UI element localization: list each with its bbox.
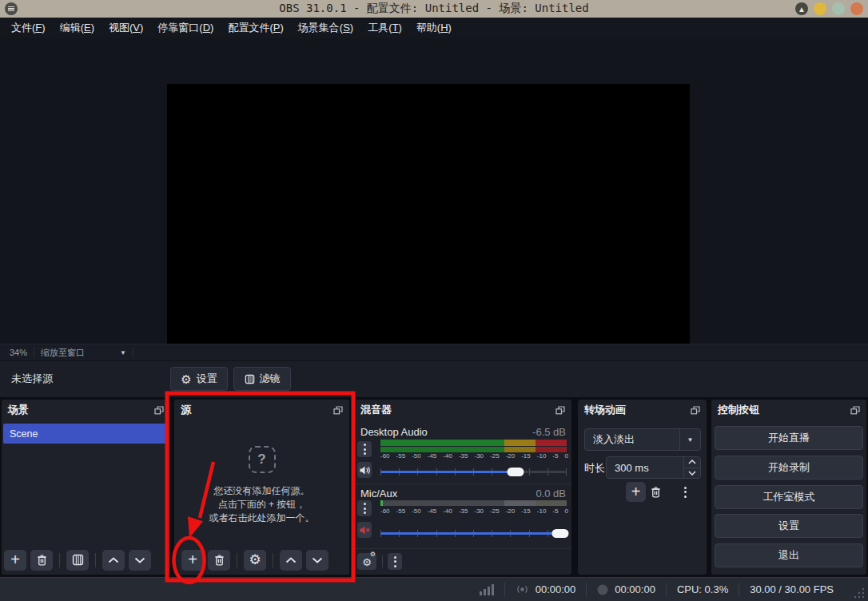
- source-properties-button[interactable]: ⚙ 设置: [170, 367, 228, 391]
- sources-panel-header[interactable]: 源: [174, 400, 349, 420]
- app-icon[interactable]: [5, 2, 18, 15]
- settings-button[interactable]: 设置: [715, 514, 863, 538]
- sources-panel: 源 ? 您还没有添加任何源。 点击下面的 + 按钮， 或者右击此处添加一个。 +…: [174, 400, 349, 575]
- start-recording-button[interactable]: 开始录制: [715, 456, 863, 480]
- tick-label: -10: [537, 507, 547, 515]
- close-button[interactable]: [850, 2, 863, 15]
- add-source-button[interactable]: +: [181, 550, 204, 571]
- tick-label: -40: [443, 507, 452, 515]
- chevron-up-icon: [108, 557, 119, 563]
- menu-view[interactable]: 视图(V): [102, 18, 150, 38]
- scene-item-label: Scene: [10, 428, 38, 440]
- add-transition-button[interactable]: +: [626, 482, 646, 502]
- minimize-button[interactable]: [814, 2, 826, 15]
- remove-source-button[interactable]: [208, 550, 230, 571]
- desktop-audio-volume-slider[interactable]: [380, 467, 567, 476]
- filters-icon: [245, 374, 255, 384]
- divider: [354, 548, 571, 549]
- move-source-up-button[interactable]: [280, 550, 302, 571]
- spin-down-button[interactable]: [684, 468, 700, 479]
- menu-docks[interactable]: 停靠窗口(D): [150, 18, 221, 38]
- menu-help[interactable]: 帮助(H): [409, 18, 459, 38]
- tick-label: 0: [565, 507, 568, 515]
- remove-scene-button[interactable]: [30, 550, 53, 571]
- menu-edit[interactable]: 编辑(E): [53, 18, 102, 38]
- desktop-audio-mute-button[interactable]: [357, 462, 372, 478]
- remove-transition-button[interactable]: [646, 482, 665, 502]
- popout-icon[interactable]: [691, 406, 700, 415]
- window-buttons: ▲: [795, 2, 863, 15]
- broadcast-icon: [516, 584, 529, 595]
- transition-select[interactable]: 淡入淡出 ▼: [584, 428, 701, 451]
- slider-handle[interactable]: [507, 468, 524, 476]
- mic-aux-row: Mic/Aux 0.0 dB: [360, 488, 566, 500]
- advanced-audio-button[interactable]: ⚙⚙: [357, 553, 376, 570]
- preview-canvas[interactable]: [167, 84, 690, 377]
- plus-icon: +: [631, 484, 641, 500]
- popout-icon[interactable]: [555, 406, 565, 415]
- gear-icon: ⚙: [249, 553, 261, 567]
- docks-area: 场景 Scene +: [0, 397, 868, 577]
- tick-label: -15: [521, 507, 531, 515]
- transitions-panel-header[interactable]: 转场动画: [578, 400, 707, 420]
- divider: [133, 347, 133, 358]
- question-glyph: ?: [257, 452, 265, 468]
- spin-up-button[interactable]: [684, 457, 700, 468]
- tick-label: -25: [490, 452, 500, 460]
- chevron-down-icon[interactable]: ▼: [120, 349, 126, 356]
- popout-icon[interactable]: [154, 406, 164, 415]
- trash-icon: [650, 486, 662, 499]
- controls-panel-header[interactable]: 控制按钮: [711, 400, 866, 420]
- record-icon: [597, 584, 608, 595]
- tick-label: -45: [428, 507, 437, 515]
- mixer-panel-title: 混音器: [360, 403, 392, 417]
- scene-filters-button[interactable]: [66, 550, 89, 571]
- resize-grip[interactable]: [844, 578, 868, 601]
- tick-label: -20: [506, 507, 516, 515]
- mixer-menu-button[interactable]: [388, 553, 402, 570]
- mixer-panel: 混音器 Desktop Audio -6.5 dB -60-55-50-45-4…: [354, 400, 571, 575]
- source-filters-button[interactable]: 滤镜: [233, 367, 291, 391]
- start-streaming-button[interactable]: 开始直播: [715, 426, 863, 450]
- tick-label: -30: [474, 452, 484, 460]
- exit-button[interactable]: 退出: [715, 543, 863, 567]
- record-time: 00:00:00: [615, 583, 655, 595]
- transition-properties-button[interactable]: [675, 482, 695, 502]
- slider-fill: [380, 532, 560, 535]
- studio-mode-button[interactable]: 工作室模式: [715, 485, 863, 509]
- maximize-button[interactable]: [832, 2, 845, 15]
- menu-tools[interactable]: 工具(T): [360, 18, 409, 38]
- add-scene-button[interactable]: +: [4, 550, 26, 571]
- mic-aux-volume-slider[interactable]: [380, 528, 567, 538]
- scene-list-item[interactable]: Scene: [3, 424, 169, 444]
- desktop-audio-menu-button[interactable]: [357, 441, 372, 457]
- divider: [59, 553, 60, 567]
- chevron-up-icon: [285, 557, 297, 563]
- signal-bars-icon: [480, 584, 494, 595]
- move-source-down-button[interactable]: [306, 550, 328, 571]
- mixer-panel-header[interactable]: 混音器: [354, 400, 571, 420]
- transitions-panel: 转场动画 淡入淡出 ▼ 时长 300 ms +: [578, 400, 707, 575]
- kebab-menu-icon: [364, 503, 366, 514]
- menu-scene-collection[interactable]: 场景集合(S): [291, 18, 360, 38]
- menu-profile[interactable]: 配置文件(P): [221, 18, 290, 38]
- duration-spinbox[interactable]: 300 ms: [606, 456, 701, 479]
- popout-icon[interactable]: [850, 406, 860, 415]
- move-scene-up-button[interactable]: [102, 550, 125, 571]
- scenes-panel-header[interactable]: 场景: [2, 400, 170, 420]
- statusbar: 00:00:00 00:00:00 CPU: 0.3% 30.00 / 30.0…: [0, 577, 868, 601]
- shade-window-button[interactable]: ▲: [795, 2, 808, 15]
- no-source-label: 未选择源: [11, 372, 53, 386]
- scale-mode-dropdown[interactable]: 缩放至窗口: [41, 347, 85, 359]
- source-properties-toolbar-button[interactable]: ⚙: [244, 550, 266, 571]
- preview-area: [0, 38, 868, 344]
- move-scene-down-button[interactable]: [129, 550, 151, 571]
- divider: [95, 553, 96, 567]
- slider-handle[interactable]: [551, 529, 568, 538]
- source-filters-label: 滤镜: [260, 372, 281, 386]
- popout-icon[interactable]: [333, 406, 343, 415]
- mic-aux-menu-button[interactable]: [357, 500, 372, 516]
- menubar: 文件(F) 编辑(E) 视图(V) 停靠窗口(D) 配置文件(P) 场景集合(S…: [0, 18, 868, 38]
- mic-aux-mute-button[interactable]: [357, 522, 372, 538]
- menu-file[interactable]: 文件(F): [4, 18, 53, 38]
